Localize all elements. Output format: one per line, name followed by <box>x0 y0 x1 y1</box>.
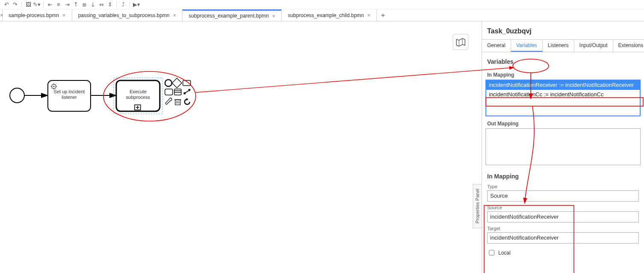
file-tab-label: sample-process.bpmn <box>9 12 59 18</box>
properties-drawer-handle[interactable]: Properties Panel <box>473 184 482 228</box>
wrench-icon[interactable] <box>165 98 172 104</box>
separator <box>21 2 22 8</box>
file-tab[interactable]: passing_variables_to_subprocess.bpmn× <box>72 9 183 21</box>
properties-tabs: General Variables Listeners Input/Output… <box>482 39 644 52</box>
separator <box>43 2 44 8</box>
diagram-canvas[interactable]: Set up incident listener Execute subproc… <box>0 21 482 273</box>
distribute-v-icon[interactable]: ⇕ <box>106 1 114 9</box>
file-tabs: × sample-process.bpmn× passing_variables… <box>0 9 644 21</box>
file-tab[interactable]: subprocess_example_child.bpmn× <box>282 9 377 21</box>
list-item[interactable]: incidentNotificationReceiver := incident… <box>486 80 640 90</box>
gateway-icon[interactable] <box>172 78 182 88</box>
svg-rect-22 <box>453 34 468 50</box>
file-tab-label: passing_variables_to_subprocess.bpmn <box>78 12 170 18</box>
file-tab-label: subprocess_example_parent.bpmn <box>188 13 268 19</box>
align-top-icon[interactable]: ⤒ <box>72 1 79 9</box>
connect-icon[interactable] <box>184 89 191 95</box>
task-label: Set up incident listener <box>50 89 88 100</box>
minimap-button[interactable] <box>453 34 468 50</box>
close-icon[interactable]: × <box>62 12 66 18</box>
local-label: Local <box>498 250 511 256</box>
top-toolbar: ↶ ↷ 🖼 ✎▾ ⇤ ≡ ⇥ ⤒ ≣ ⤓ ⇔ ⇕ ⤴ ▶▾ <box>0 0 644 9</box>
distribute-h-icon[interactable]: ⇔ <box>97 1 105 9</box>
in-mapping-detail-title: In Mapping <box>487 173 639 180</box>
new-tab-button[interactable]: + <box>377 9 389 21</box>
file-tab[interactable]: sample-process.bpmn× <box>3 9 72 21</box>
close-icon[interactable]: × <box>173 12 176 18</box>
file-tab[interactable]: subprocess_example_parent.bpmn× <box>182 9 282 21</box>
target-input[interactable]: incidentNotificationReceiver <box>487 232 639 243</box>
variables-section-title: Variables <box>487 58 639 65</box>
type-select[interactable]: Source <box>487 190 639 202</box>
task-label: Execute subprocess <box>119 89 157 100</box>
align-center-icon[interactable]: ≡ <box>55 1 62 9</box>
tab-variables[interactable]: Variables <box>511 40 543 52</box>
loop-icon[interactable] <box>185 98 190 104</box>
trash-icon[interactable] <box>174 100 181 105</box>
tab-input-output[interactable]: Input/Output <box>574 40 613 52</box>
type-label: Type <box>487 184 639 189</box>
tab-general[interactable]: General <box>482 40 511 52</box>
in-mapping-label: In Mapping <box>487 72 639 78</box>
close-icon[interactable]: × <box>272 13 276 19</box>
bpmn-diagram[interactable]: Set up incident listener Execute subproc… <box>0 21 482 273</box>
start-event[interactable] <box>10 88 24 103</box>
separator <box>129 2 130 8</box>
annotation-icon[interactable] <box>183 80 191 86</box>
align-left-icon[interactable]: ⇤ <box>46 1 54 9</box>
tab-listeners[interactable]: Listeners <box>543 40 574 52</box>
align-bottom-icon[interactable]: ⤓ <box>89 1 97 9</box>
play-icon[interactable]: ▶▾ <box>132 1 140 9</box>
image-icon[interactable]: 🖼 <box>24 1 32 9</box>
end-event-icon[interactable] <box>165 80 172 86</box>
separator <box>116 2 117 8</box>
task-icon[interactable] <box>165 89 173 95</box>
in-mapping-list[interactable]: incidentNotificationReceiver := incident… <box>485 80 641 116</box>
out-mapping-list[interactable] <box>485 128 641 165</box>
context-pad <box>165 78 191 105</box>
list-item[interactable]: incidentNotificationCc := incidentNotifi… <box>486 90 640 99</box>
undo-icon[interactable]: ↶ <box>3 1 10 9</box>
append-icon[interactable] <box>174 89 181 95</box>
file-tab-label: subprocess_example_child.bpmn <box>288 12 364 18</box>
source-label: Source <box>487 205 639 210</box>
align-middle-icon[interactable]: ≣ <box>80 1 88 9</box>
out-mapping-label: Out Mapping <box>487 121 639 127</box>
brush-icon[interactable]: ✎▾ <box>33 1 41 9</box>
element-id-title: Task_0uzbqvj <box>487 27 639 35</box>
tab-extensions[interactable]: Extensions <box>613 40 644 52</box>
svg-point-1 <box>53 86 55 87</box>
upload-icon[interactable]: ⤴ <box>119 1 127 9</box>
local-checkbox[interactable] <box>489 250 494 255</box>
properties-panel: Task_0uzbqvj General Variables Listeners… <box>482 21 644 273</box>
source-input[interactable]: incidentNotificationReceiver <box>487 211 639 223</box>
target-label: Target <box>487 226 639 231</box>
close-icon[interactable]: × <box>368 12 371 18</box>
redo-icon[interactable]: ↷ <box>11 1 19 9</box>
align-right-icon[interactable]: ⇥ <box>63 1 71 9</box>
gear-icon <box>51 83 57 89</box>
svg-rect-12 <box>174 89 181 95</box>
